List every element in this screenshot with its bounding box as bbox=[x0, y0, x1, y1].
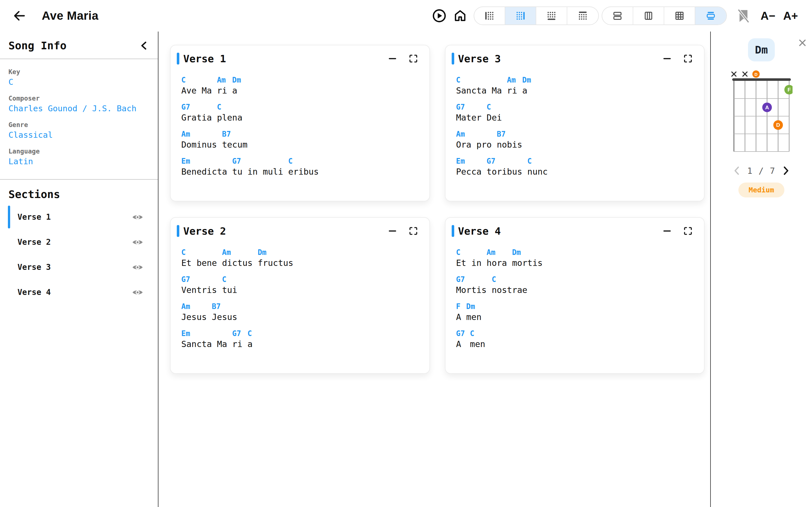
lyric-segment: CDei bbox=[487, 102, 502, 124]
toggle-visibility-button[interactable] bbox=[132, 213, 143, 221]
chord-label[interactable]: C bbox=[456, 247, 481, 257]
chord-label[interactable]: Am bbox=[507, 75, 517, 85]
lyric-text: Sancta Ma bbox=[456, 85, 502, 97]
chord-label[interactable]: C bbox=[492, 275, 527, 284]
chord-label[interactable]: C bbox=[487, 102, 502, 112]
chord-label[interactable]: G7 bbox=[232, 156, 283, 166]
expand-card-button[interactable] bbox=[683, 226, 693, 236]
chord-label[interactable]: C bbox=[222, 275, 237, 284]
chord-label[interactable]: G7 bbox=[181, 102, 212, 112]
lyric-segment: G7tu in muli bbox=[232, 156, 283, 178]
toggle-visibility-button[interactable] bbox=[132, 263, 143, 271]
expand-card-button[interactable] bbox=[409, 226, 418, 236]
chord-label[interactable]: Dm bbox=[522, 75, 531, 85]
chord-label[interactable]: Em bbox=[456, 156, 481, 166]
chord-label[interactable]: Dm bbox=[466, 302, 481, 311]
lyric-text: ri bbox=[232, 338, 243, 350]
chord-label[interactable]: C bbox=[181, 247, 217, 257]
verse-card-verse-3: Verse 3CSancta MaAmriDmaG7MaterCDeiAmOra… bbox=[445, 45, 705, 202]
collapse-card-button[interactable] bbox=[388, 54, 397, 63]
card-header: Verse 1 bbox=[177, 53, 418, 64]
chord-panel-close-button[interactable] bbox=[797, 38, 808, 48]
collapse-card-button[interactable] bbox=[662, 226, 672, 236]
toolbar-chords-left-button[interactable] bbox=[474, 7, 505, 24]
chord-name-chip[interactable]: Dm bbox=[748, 38, 775, 61]
toolbar-layout-grid-button[interactable] bbox=[664, 7, 695, 24]
page-title: Ave Maria bbox=[42, 9, 98, 22]
chord-label[interactable]: B7 bbox=[212, 302, 237, 311]
field-value[interactable]: Charles Gounod / J.S. Bach bbox=[8, 103, 149, 114]
play-button[interactable] bbox=[432, 8, 447, 23]
chord-lyric-line: G7GratiaCplena bbox=[181, 102, 418, 124]
chord-label[interactable]: C bbox=[181, 75, 212, 85]
home-button[interactable] bbox=[453, 8, 467, 23]
chord-label[interactable]: Dm bbox=[512, 247, 543, 257]
expand-card-button[interactable] bbox=[409, 54, 418, 63]
next-chord-button[interactable] bbox=[781, 165, 791, 176]
toolbar-layout-rows-button[interactable] bbox=[602, 7, 633, 24]
lyric-segment: Amhora bbox=[487, 247, 507, 269]
chord-label[interactable]: Dm bbox=[232, 75, 241, 85]
bookmark-off-icon bbox=[735, 8, 751, 24]
back-button[interactable] bbox=[11, 8, 27, 24]
toggle-visibility-button[interactable] bbox=[132, 238, 143, 246]
chord-label[interactable]: G7 bbox=[232, 329, 243, 338]
chord-label[interactable]: G7 bbox=[456, 102, 481, 112]
lyric-segment: G7Mortis bbox=[456, 275, 487, 296]
chord-label[interactable]: G7 bbox=[181, 275, 217, 284]
collapse-card-button[interactable] bbox=[388, 226, 397, 236]
toolbar-chords-right-button[interactable] bbox=[505, 7, 536, 24]
lyric-segment: Cplena bbox=[217, 102, 242, 124]
sections-list: Verse 1Verse 2Verse 3Verse 4 bbox=[0, 205, 158, 305]
sidebar-item-verse-4[interactable]: Verse 4 bbox=[0, 280, 158, 305]
sidebar-item-verse-1[interactable]: Verse 1 bbox=[0, 205, 158, 230]
chord-label[interactable]: G7 bbox=[456, 275, 487, 284]
chord-label[interactable]: B7 bbox=[222, 129, 247, 139]
toggle-visibility-button[interactable] bbox=[132, 288, 143, 296]
eye-icon bbox=[132, 214, 143, 221]
font-decrease-button[interactable]: A− bbox=[757, 10, 779, 22]
chord-label[interactable]: G7 bbox=[487, 156, 522, 166]
lyric-segment: B7nobis bbox=[497, 129, 522, 151]
field-label: Key bbox=[8, 68, 149, 76]
toolbar-chords-bottom-button[interactable] bbox=[536, 7, 567, 24]
sidebar-item-verse-2[interactable]: Verse 2 bbox=[0, 230, 158, 255]
lyric-segment: Ceribus bbox=[288, 156, 319, 178]
expand-card-button[interactable] bbox=[683, 54, 693, 63]
chord-label[interactable]: B7 bbox=[497, 129, 522, 139]
chord-label[interactable]: Am bbox=[487, 247, 507, 257]
lyric-segment: CEt bene bbox=[181, 247, 217, 269]
chord-label[interactable]: Em bbox=[181, 156, 227, 166]
chord-label[interactable]: Am bbox=[222, 247, 252, 257]
collapse-card-button[interactable] bbox=[662, 54, 672, 63]
chord-label[interactable]: C bbox=[288, 156, 319, 166]
chord-label[interactable]: Am bbox=[181, 302, 207, 311]
field-value[interactable]: Classical bbox=[8, 129, 149, 141]
lyric-segment: Cnostrae bbox=[492, 275, 527, 296]
font-increase-button[interactable]: A+ bbox=[779, 10, 802, 22]
song-info-header: Song Info bbox=[0, 32, 158, 59]
chord-label[interactable]: C bbox=[248, 329, 253, 338]
field-value[interactable]: Latin bbox=[8, 156, 149, 167]
sidebar-item-verse-3[interactable]: Verse 3 bbox=[0, 255, 158, 280]
toolbar-chords-top-button[interactable] bbox=[567, 7, 598, 24]
chord-label[interactable]: Em bbox=[181, 329, 227, 338]
toolbar-layout-carousel-button[interactable] bbox=[695, 7, 726, 24]
chord-label[interactable]: Am bbox=[217, 75, 227, 85]
card-actions bbox=[662, 54, 693, 63]
chord-label[interactable]: C bbox=[456, 75, 502, 85]
toolbar-layout-columns-button[interactable] bbox=[633, 7, 664, 24]
chord-label[interactable]: Am bbox=[181, 129, 217, 139]
lyric-segment: CEt in bbox=[456, 247, 481, 269]
chord-label[interactable]: F bbox=[456, 302, 461, 311]
prev-chord-button[interactable] bbox=[732, 165, 742, 176]
chord-label[interactable]: C bbox=[217, 102, 242, 112]
chord-label[interactable]: Am bbox=[456, 129, 492, 139]
chord-label[interactable]: C bbox=[527, 156, 548, 166]
chord-label[interactable]: Dm bbox=[258, 247, 293, 257]
chord-label[interactable]: G7 bbox=[456, 329, 465, 338]
sidebar-collapse-button[interactable] bbox=[138, 40, 149, 51]
field-value[interactable]: C bbox=[8, 76, 149, 88]
autoscroll-off-button[interactable] bbox=[735, 8, 752, 24]
chord-label[interactable]: C bbox=[470, 329, 485, 338]
